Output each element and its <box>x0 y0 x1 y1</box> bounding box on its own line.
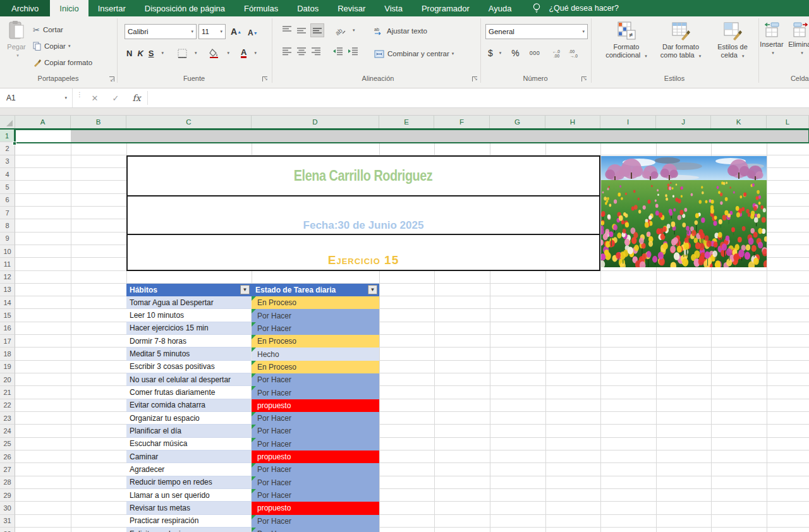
habit-cell[interactable]: Tomar Agua al Despertar <box>126 296 252 309</box>
status-cell[interactable]: Por Hacer <box>252 438 379 450</box>
column-header-e[interactable]: E <box>379 116 434 128</box>
ribbon-tab-inicio[interactable]: Inicio <box>50 0 88 16</box>
align-bottom-button[interactable] <box>311 24 324 37</box>
active-cell-a1[interactable] <box>15 130 71 142</box>
row-header-16[interactable]: 16 <box>0 322 15 335</box>
row-header-28[interactable]: 28 <box>0 476 15 489</box>
font-dialog-launcher[interactable] <box>262 76 269 83</box>
tell-me-box[interactable]: ¿Qué desea hacer? <box>532 0 619 16</box>
cell-styles-button[interactable]: Estilos de celda ▾ <box>708 21 757 60</box>
row-header-17[interactable]: 17 <box>0 335 15 348</box>
habit-cell[interactable]: Escribir 3 cosas positivas <box>126 361 252 373</box>
row-header-27[interactable]: 27 <box>0 463 15 476</box>
status-cell[interactable]: Por Hacer <box>252 515 379 528</box>
cut-button[interactable]: ✂ Cortar <box>33 23 63 37</box>
ribbon-tab-ayuda[interactable]: Ayuda <box>479 0 521 16</box>
status-cell[interactable]: propuesto <box>252 502 379 514</box>
format-as-table-button[interactable]: Dar formato como tabla ▾ <box>655 21 707 60</box>
habit-cell[interactable]: Reducir tiempo en redes <box>126 476 252 489</box>
ribbon-tab-archivo[interactable]: Archivo <box>0 0 50 16</box>
status-cell[interactable]: En Proceso <box>252 361 379 373</box>
borders-dropdown-icon[interactable]: ▾ <box>195 51 197 56</box>
habit-cell[interactable]: Escuchar música <box>126 438 252 450</box>
filter-dropdown-habits[interactable]: ▼ <box>240 285 250 294</box>
fill-handle[interactable] <box>13 142 16 145</box>
column-header-l[interactable]: L <box>767 116 809 128</box>
name-box-dropdown-icon[interactable]: ▾ <box>64 95 67 100</box>
row-header-9[interactable]: 9 <box>0 233 15 245</box>
habit-cell[interactable]: Leer 10 minutos <box>126 309 252 322</box>
ribbon-tab-revisar[interactable]: Revisar <box>328 0 375 16</box>
habit-cell[interactable]: Revisar tus metas <box>126 502 252 514</box>
habit-cell[interactable]: Hacer ejercicios 15 min <box>126 322 252 335</box>
row-header-20[interactable]: 20 <box>0 373 15 386</box>
row-header-22[interactable]: 22 <box>0 399 15 412</box>
row-header-19[interactable]: 19 <box>0 361 15 373</box>
habit-cell[interactable]: Dormir 7-8 horas <box>126 335 252 348</box>
paste-dropdown-icon[interactable]: ▾ <box>16 51 19 59</box>
row-header-24[interactable]: 24 <box>0 425 15 437</box>
row-header-10[interactable]: 10 <box>0 245 15 258</box>
cell-styles-dropdown-icon[interactable]: ▾ <box>742 54 745 58</box>
number-format-dropdown-icon[interactable]: ▾ <box>582 29 585 34</box>
align-top-icon[interactable] <box>282 26 292 35</box>
column-header-j[interactable]: J <box>656 116 711 128</box>
row-header-5[interactable]: 5 <box>0 181 15 193</box>
number-dialog-launcher[interactable] <box>581 76 588 83</box>
row-header-14[interactable]: 14 <box>0 296 15 309</box>
font-color-dropdown-icon[interactable]: ▾ <box>254 51 257 56</box>
status-cell[interactable]: Por Hacer <box>252 489 379 502</box>
copy-button[interactable]: Copiar ▾ <box>33 39 70 53</box>
merge-dropdown-icon[interactable]: ▾ <box>452 51 454 56</box>
status-cell[interactable]: En Proceso <box>252 335 379 348</box>
row-header-31[interactable]: 31 <box>0 515 15 528</box>
currency-dropdown-icon[interactable]: ▾ <box>499 51 502 56</box>
font-color-icon[interactable]: A <box>241 48 246 58</box>
habit-cell[interactable]: Agradecer <box>126 463 252 476</box>
column-header-k[interactable]: K <box>711 116 767 128</box>
status-cell[interactable]: Por Hacer <box>252 309 379 322</box>
conditional-formatting-button[interactable]: ≠ Formato condicional ▾ <box>599 21 654 60</box>
enter-button[interactable]: ✓ <box>106 88 125 107</box>
column-header-b[interactable]: B <box>71 116 126 128</box>
name-box[interactable]: A1 ▾ <box>0 88 73 107</box>
row-header-1[interactable]: 1 <box>0 130 15 142</box>
select-all-corner[interactable] <box>0 116 15 128</box>
font-name-combo[interactable]: Calibri▾ <box>125 24 197 39</box>
as-table-dropdown-icon[interactable]: ▾ <box>699 54 702 58</box>
status-cell[interactable]: Por Hacer <box>252 386 379 399</box>
conditional-dropdown-icon[interactable]: ▾ <box>645 54 647 58</box>
fill-color-dropdown-icon[interactable]: ▾ <box>227 51 229 56</box>
insert-cells-button[interactable]: Insertar ▾ <box>758 21 785 57</box>
status-cell[interactable]: Por Hacer <box>252 412 379 425</box>
align-right-icon[interactable] <box>311 47 321 56</box>
copy-dropdown-icon[interactable]: ▾ <box>68 44 71 49</box>
format-painter-button[interactable]: Copiar formato <box>33 56 92 70</box>
paste-button[interactable]: Pegar ▾ <box>4 20 29 59</box>
ribbon-tab-programador[interactable]: Programador <box>412 0 479 16</box>
habit-cell[interactable]: No usar el celular al despertar <box>126 373 252 386</box>
increase-decimal-icon[interactable]: ←.0.00 <box>552 49 565 58</box>
row-header-18[interactable]: 18 <box>0 348 15 360</box>
delete-cells-button[interactable]: Eliminar ▾ <box>788 21 809 57</box>
orientation-icon[interactable]: ab <box>335 26 346 35</box>
bold-button[interactable]: N <box>126 49 132 58</box>
status-cell[interactable]: Por Hacer <box>252 322 379 335</box>
align-middle-icon[interactable] <box>296 26 307 35</box>
row-header-23[interactable]: 23 <box>0 412 15 425</box>
habit-cell[interactable]: Evitar comida chatarra <box>126 399 252 412</box>
wrap-text-button[interactable]: ab Ajustar texto <box>374 24 427 38</box>
formula-input[interactable] <box>148 88 809 107</box>
status-cell[interactable]: Por Hacer <box>252 476 379 489</box>
font-name-dropdown-icon[interactable]: ▾ <box>191 29 193 34</box>
comma-style-button[interactable]: 000 <box>530 50 540 56</box>
font-size-dropdown-icon[interactable]: ▾ <box>220 29 222 34</box>
grow-font-button[interactable]: A▲ <box>231 25 241 39</box>
ribbon-tab-datos[interactable]: Datos <box>288 0 328 16</box>
habit-cell[interactable]: Planificar el día <box>126 425 252 437</box>
row-header-25[interactable]: 25 <box>0 438 15 450</box>
row-header-7[interactable]: 7 <box>0 207 15 219</box>
filter-dropdown-status[interactable]: ▼ <box>368 285 377 294</box>
row-header-13[interactable]: 13 <box>0 284 15 296</box>
percent-button[interactable]: % <box>511 48 519 58</box>
